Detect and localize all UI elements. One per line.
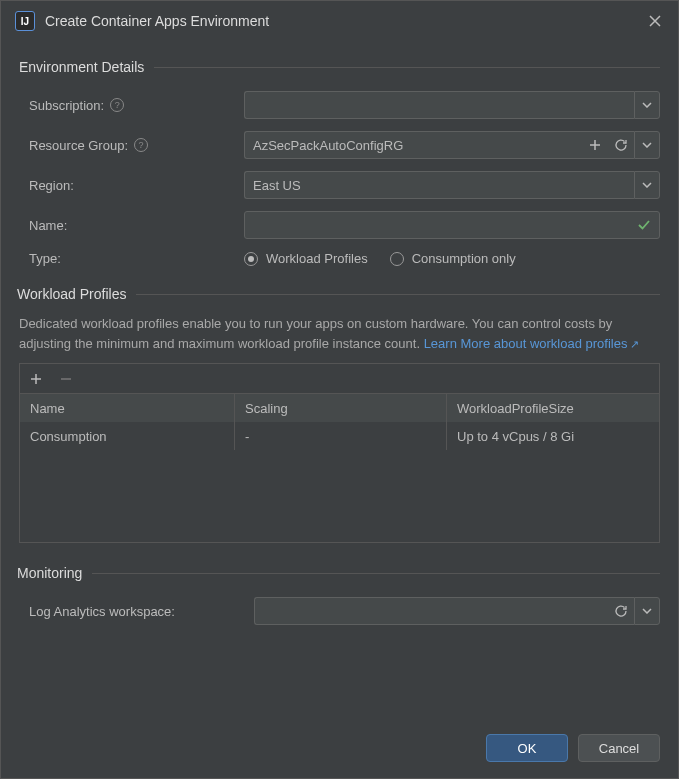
row-name: Name:: [19, 211, 660, 239]
row-resource-group: Resource Group: ? AzSecPackAutoConfigRG: [19, 131, 660, 159]
learn-more-link[interactable]: Learn More about workload profiles↗: [424, 336, 640, 351]
resource-group-value[interactable]: AzSecPackAutoConfigRG: [244, 131, 582, 159]
divider: [136, 294, 660, 295]
radio-label: Consumption only: [412, 251, 516, 266]
divider: [92, 573, 660, 574]
section-workload-profiles: Workload Profiles: [17, 286, 660, 302]
label-text: Region:: [29, 178, 74, 193]
row-type: Type: Workload Profiles Consumption only: [19, 251, 660, 266]
chevron-down-icon[interactable]: [634, 597, 660, 625]
log-analytics-value[interactable]: [254, 597, 608, 625]
chevron-down-icon[interactable]: [634, 171, 660, 199]
help-icon[interactable]: ?: [110, 98, 124, 112]
add-resource-group-button[interactable]: [582, 131, 608, 159]
label-type: Type:: [19, 251, 244, 266]
add-row-button[interactable]: [26, 369, 46, 389]
workload-table: Name Scaling WorkloadProfileSize Consump…: [19, 363, 660, 543]
refresh-log-analytics-button[interactable]: [608, 597, 634, 625]
help-icon[interactable]: ?: [134, 138, 148, 152]
subscription-combo[interactable]: [244, 91, 660, 119]
section-title: Monitoring: [17, 565, 82, 581]
close-button[interactable]: [646, 12, 664, 30]
radio-consumption-only[interactable]: Consumption only: [390, 251, 516, 266]
table-toolbar: [20, 364, 659, 394]
check-icon: [637, 219, 651, 231]
region-value[interactable]: East US: [244, 171, 634, 199]
external-link-icon: ↗: [630, 338, 639, 350]
titlebar: IJ Create Container Apps Environment: [1, 1, 678, 41]
label-text: Type:: [29, 251, 61, 266]
table-row[interactable]: Consumption - Up to 4 vCpus / 8 Gi: [20, 422, 659, 450]
type-radio-group: Workload Profiles Consumption only: [244, 251, 660, 266]
label-log-analytics: Log Analytics workspace:: [19, 604, 254, 619]
remove-row-button[interactable]: [56, 369, 76, 389]
label-region: Region:: [19, 178, 244, 193]
cell-scaling: -: [235, 422, 447, 450]
radio-workload-profiles[interactable]: Workload Profiles: [244, 251, 368, 266]
section-title: Environment Details: [19, 59, 144, 75]
section-environment-details: Environment Details: [19, 59, 660, 75]
label-text: Subscription:: [29, 98, 104, 113]
region-combo[interactable]: East US: [244, 171, 660, 199]
radio-icon: [390, 252, 404, 266]
cell-size: Up to 4 vCpus / 8 Gi: [447, 422, 659, 450]
row-log-analytics: Log Analytics workspace:: [19, 597, 660, 625]
label-text: Resource Group:: [29, 138, 128, 153]
resource-group-combo[interactable]: AzSecPackAutoConfigRG: [244, 131, 660, 159]
table-body: Consumption - Up to 4 vCpus / 8 Gi: [20, 422, 659, 542]
section-monitoring: Monitoring: [17, 565, 660, 581]
name-input[interactable]: [244, 211, 660, 239]
row-region: Region: East US: [19, 171, 660, 199]
dialog-footer: OK Cancel: [1, 724, 678, 778]
th-name: Name: [20, 394, 235, 422]
th-scaling: Scaling: [235, 394, 447, 422]
ok-button[interactable]: OK: [486, 734, 568, 762]
label-text: Log Analytics workspace:: [29, 604, 175, 619]
workload-description: Dedicated workload profiles enable you t…: [19, 314, 660, 353]
dialog-root: IJ Create Container Apps Environment Env…: [0, 0, 679, 779]
radio-icon-selected: [244, 252, 258, 266]
app-icon: IJ: [15, 11, 35, 31]
log-analytics-combo[interactable]: [254, 597, 660, 625]
label-resource-group: Resource Group: ?: [19, 138, 244, 153]
refresh-resource-group-button[interactable]: [608, 131, 634, 159]
divider: [154, 67, 660, 68]
cell-name: Consumption: [20, 422, 235, 450]
row-subscription: Subscription: ?: [19, 91, 660, 119]
radio-label: Workload Profiles: [266, 251, 368, 266]
dialog-title: Create Container Apps Environment: [45, 13, 636, 29]
chevron-down-icon[interactable]: [634, 91, 660, 119]
label-subscription: Subscription: ?: [19, 98, 244, 113]
table-header: Name Scaling WorkloadProfileSize: [20, 394, 659, 422]
chevron-down-icon[interactable]: [634, 131, 660, 159]
link-text: Learn More about workload profiles: [424, 336, 628, 351]
label-text: Name:: [29, 218, 67, 233]
dialog-content: Environment Details Subscription: ? Reso…: [1, 41, 678, 724]
label-name: Name:: [19, 218, 244, 233]
th-size: WorkloadProfileSize: [447, 394, 659, 422]
section-title: Workload Profiles: [17, 286, 126, 302]
subscription-value[interactable]: [244, 91, 634, 119]
cancel-button[interactable]: Cancel: [578, 734, 660, 762]
